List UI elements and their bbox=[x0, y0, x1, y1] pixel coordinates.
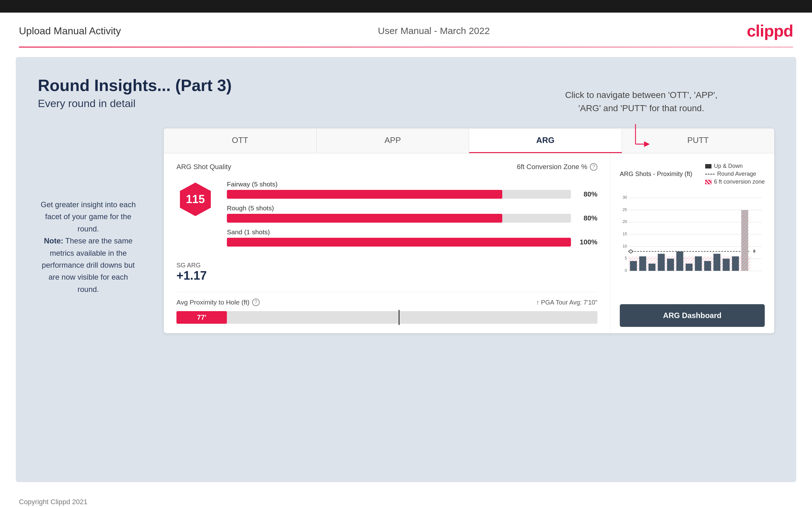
legend-box-updown bbox=[705, 164, 711, 168]
proximity-help-icon[interactable]: ? bbox=[252, 298, 260, 306]
svg-rect-27 bbox=[667, 259, 674, 271]
header-divider bbox=[19, 47, 793, 48]
proximity-section: Avg Proximity to Hole (ft) ? ↑ PGA Tour … bbox=[176, 292, 597, 324]
left-description: Get greater insight into each facet of y… bbox=[38, 199, 139, 295]
svg-text:10: 10 bbox=[623, 244, 627, 248]
legend-hatched-box bbox=[705, 180, 711, 184]
bar-container-sand: 100% bbox=[227, 238, 597, 246]
svg-rect-26 bbox=[658, 254, 665, 271]
sg-section: SG ARG +1.17 bbox=[176, 262, 597, 282]
bar-fill-rough bbox=[227, 214, 502, 223]
help-icon[interactable]: ? bbox=[590, 163, 597, 171]
arg-shot-quality-label: ARG Shot Quality bbox=[176, 163, 231, 171]
bar-container-rough: 80% bbox=[227, 214, 597, 223]
svg-rect-23 bbox=[630, 261, 637, 271]
arg-dashboard-button[interactable]: ARG Dashboard bbox=[620, 304, 765, 327]
tab-app[interactable]: APP bbox=[317, 128, 469, 153]
svg-marker-2 bbox=[644, 142, 650, 147]
legend-dashed-line bbox=[705, 174, 715, 174]
proximity-value: 77' bbox=[197, 313, 206, 322]
hex-number: 115 bbox=[186, 193, 205, 206]
chart-legend: Up & Down Round Average 6 ft conversion … bbox=[705, 163, 765, 185]
copyright: Copyright Clippd 2021 bbox=[19, 498, 88, 506]
svg-text:15: 15 bbox=[623, 231, 627, 236]
proximity-bar-fill: 77' bbox=[176, 311, 227, 324]
svg-text:8: 8 bbox=[753, 249, 755, 253]
svg-text:5: 5 bbox=[625, 256, 627, 261]
proximity-bar-container: 77' bbox=[176, 311, 597, 324]
panel-body: ARG Shot Quality 6ft Conversion Zone % ?… bbox=[164, 153, 774, 333]
clippd-logo: clippd bbox=[747, 21, 793, 40]
bar-track-rough bbox=[227, 214, 571, 223]
svg-marker-20 bbox=[628, 250, 633, 253]
chart-title: ARG Shots - Proximity (ft) bbox=[620, 170, 692, 178]
svg-rect-36 bbox=[741, 210, 748, 271]
hex-score: 115 bbox=[176, 180, 214, 218]
legend-up-down: Up & Down bbox=[705, 163, 765, 169]
bar-row-rough: Rough (5 shots) 80% bbox=[227, 204, 597, 223]
nav-arrow-icon bbox=[628, 121, 654, 153]
svg-text:0: 0 bbox=[625, 268, 627, 273]
svg-rect-25 bbox=[649, 264, 655, 271]
user-manual-label: User Manual - March 2022 bbox=[378, 25, 490, 36]
legend-6ft: 6 ft conversion zone bbox=[705, 178, 765, 185]
main-panel: OTT APP ARG PUTT ARG Shot Quality 6ft Co… bbox=[164, 128, 774, 333]
bar-fill-fairway bbox=[227, 190, 502, 199]
svg-rect-34 bbox=[732, 256, 739, 271]
proximity-cursor bbox=[399, 310, 400, 325]
proximity-header: Avg Proximity to Hole (ft) ? ↑ PGA Tour … bbox=[176, 298, 597, 306]
svg-text:25: 25 bbox=[623, 207, 627, 212]
bars-section: Fairway (5 shots) 80% Rough (5 shots) bbox=[227, 180, 597, 252]
sg-label: SG ARG bbox=[176, 262, 597, 269]
proximity-chart: 30 25 20 15 10 5 0 bbox=[620, 191, 765, 279]
sg-value: +1.17 bbox=[176, 269, 597, 282]
bar-row-sand: Sand (1 shots) 100% bbox=[227, 228, 597, 246]
bar-pct-rough: 80% bbox=[575, 214, 597, 222]
pga-label: ↑ PGA Tour Avg: 7'10" bbox=[536, 299, 597, 306]
bar-track-sand bbox=[227, 238, 571, 246]
svg-rect-24 bbox=[639, 256, 646, 271]
bar-row-fairway: Fairway (5 shots) 80% bbox=[227, 180, 597, 199]
score-section: 115 Fairway (5 shots) 80% bbox=[176, 180, 597, 252]
chart-area: 30 25 20 15 10 5 0 bbox=[620, 191, 765, 298]
bar-fill-sand bbox=[227, 238, 571, 246]
proximity-label: Avg Proximity to Hole (ft) ? bbox=[176, 298, 260, 306]
nav-hint: Click to navigate between 'OTT', 'APP','… bbox=[565, 89, 717, 153]
main-content: Round Insights... (Part 3) Every round i… bbox=[16, 57, 796, 482]
conversion-zone-label: 6ft Conversion Zone % ? bbox=[517, 163, 597, 171]
panel-right: ARG Shots - Proximity (ft) Up & Down Rou… bbox=[610, 153, 774, 333]
panel-left: ARG Shot Quality 6ft Conversion Zone % ?… bbox=[164, 153, 610, 333]
tab-ott[interactable]: OTT bbox=[164, 128, 317, 153]
footer: Copyright Clippd 2021 bbox=[0, 492, 812, 507]
svg-rect-33 bbox=[723, 259, 730, 271]
arg-header: ARG Shot Quality 6ft Conversion Zone % ? bbox=[176, 163, 597, 171]
bar-label-sand: Sand (1 shots) bbox=[227, 228, 597, 236]
top-bar bbox=[0, 0, 812, 13]
svg-rect-28 bbox=[676, 251, 683, 271]
svg-text:20: 20 bbox=[623, 219, 627, 224]
bar-label-rough: Rough (5 shots) bbox=[227, 204, 597, 212]
chart-header: ARG Shots - Proximity (ft) Up & Down Rou… bbox=[620, 163, 765, 185]
bar-pct-fairway: 80% bbox=[575, 190, 597, 199]
header: Upload Manual Activity User Manual - Mar… bbox=[0, 13, 812, 47]
legend-round-avg: Round Average bbox=[705, 171, 765, 177]
upload-label: Upload Manual Activity bbox=[19, 25, 121, 37]
note-bold: Note: bbox=[44, 236, 63, 245]
nav-hint-text: Click to navigate between 'OTT', 'APP','… bbox=[565, 90, 717, 113]
svg-rect-30 bbox=[695, 256, 702, 271]
svg-rect-32 bbox=[713, 254, 720, 271]
bar-track-fairway bbox=[227, 190, 571, 199]
svg-text:30: 30 bbox=[623, 195, 627, 200]
svg-rect-31 bbox=[704, 261, 711, 271]
bar-label-fairway: Fairway (5 shots) bbox=[227, 180, 597, 188]
proximity-bar-track: 77' bbox=[176, 311, 597, 324]
bar-container-fairway: 80% bbox=[227, 190, 597, 199]
svg-rect-29 bbox=[686, 264, 693, 271]
bar-pct-sand: 100% bbox=[575, 238, 597, 246]
